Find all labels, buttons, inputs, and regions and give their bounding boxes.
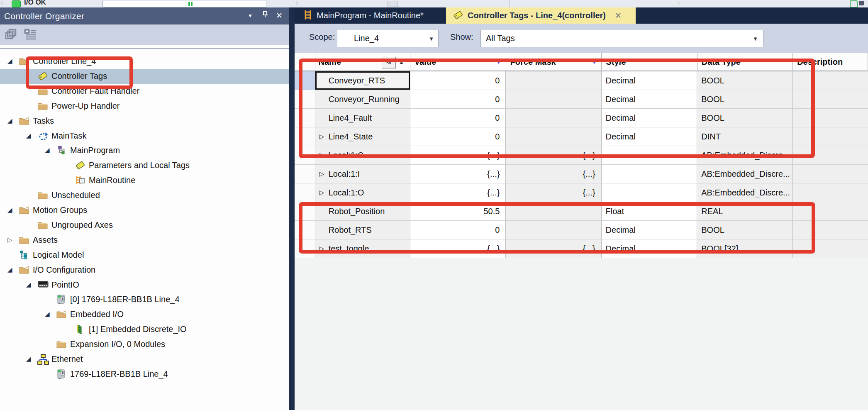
cell-name[interactable]: ▷Local:1:I [315, 165, 411, 183]
toolbar-combo-box[interactable] [102, 0, 266, 7]
row-selector[interactable] [295, 146, 315, 165]
cell-name[interactable]: ▷Line4_State [315, 127, 411, 146]
toolbar-widget-icon[interactable] [388, 1, 397, 7]
tree-item-i-o-configuration[interactable]: ◢I/O Configuration [0, 263, 289, 278]
pin-icon[interactable] [260, 11, 271, 21]
cell-value[interactable]: 50.5 [410, 202, 506, 221]
tree-item-motion-groups[interactable]: ◢Motion Groups [0, 203, 289, 218]
cell-value[interactable]: {...} [410, 183, 506, 202]
cell-value[interactable]: {...} [410, 239, 506, 258]
cell-description[interactable] [793, 146, 868, 165]
cell-force-mask[interactable]: {...} [506, 146, 601, 165]
cell-data-type[interactable]: DINT [697, 127, 793, 146]
cell-style[interactable] [602, 146, 697, 165]
cell-value[interactable]: 0 [410, 71, 506, 90]
cell-style[interactable]: Decimal [602, 109, 697, 127]
tree-item-controller-fault-handler[interactable]: Controller Fault Handler [0, 84, 289, 99]
cell-name[interactable]: Robot_Position [315, 202, 411, 221]
cell-data-type[interactable]: AB:Embedded_Discre... [697, 183, 793, 202]
tree-item-unscheduled[interactable]: Unscheduled [0, 188, 289, 203]
tree-item-tasks[interactable]: ◢Tasks [0, 114, 289, 129]
cell-name[interactable]: Conveyor_RTS [315, 71, 411, 90]
collapse-icon[interactable]: ◢ [45, 310, 50, 318]
tree-item-1-embedded-discrete-io[interactable]: [1] Embedded Discrete_IO [0, 322, 289, 337]
tree-item-parameters-and-local-tags[interactable]: Parameters and Local Tags [0, 158, 289, 173]
row-selector[interactable] [295, 239, 315, 258]
tree-item-1769-l18er-bb1b-line-4[interactable]: 1769-L18ER-BB1B Line_4 [0, 367, 289, 382]
column-header-value[interactable]: Value ↓ [410, 53, 506, 71]
column-pin-icon[interactable]: ↓ [592, 56, 597, 66]
tree-item-0-1769-l18er-bb1b-line-4[interactable]: [0] 1769-L18ER-BB1B Line_4 [0, 292, 289, 307]
row-selector[interactable] [295, 90, 315, 109]
collapse-all-icon[interactable] [4, 28, 19, 41]
chevron-down-icon[interactable]: ▼ [429, 36, 434, 42]
tree-item-power-up-handler[interactable]: Power-Up Handler [0, 99, 289, 114]
cell-description[interactable] [793, 71, 868, 90]
cell-force-mask[interactable]: {...} [506, 165, 601, 183]
row-selector[interactable] [295, 127, 315, 146]
cell-force-mask[interactable] [506, 221, 601, 239]
cell-style[interactable]: Decimal [602, 221, 697, 239]
scope-combobox[interactable]: Line_4 ▼ [337, 30, 439, 47]
cell-style[interactable]: Float [602, 202, 697, 221]
toolbar-grip-icon[interactable]: ∷∷ [1, 1, 4, 7]
cell-style[interactable] [602, 183, 697, 202]
show-combobox[interactable]: All Tags ▼ [480, 30, 763, 47]
column-pin-icon[interactable]: ↓ [496, 56, 501, 66]
tree-item-controller-line-4[interactable]: ◢Controller Line_4 [0, 54, 289, 69]
collapse-icon[interactable]: ◢ [26, 281, 31, 288]
cell-force-mask[interactable]: {...} [506, 239, 601, 258]
chevron-down-icon[interactable]: ▼ [245, 11, 256, 21]
cell-description[interactable] [793, 202, 868, 221]
cell-name[interactable]: ▷Local:1:C [315, 146, 411, 165]
column-header-force-mask[interactable]: Force Mask ↓ [506, 53, 602, 71]
cell-style[interactable]: Decimal [602, 71, 697, 90]
toolbar-grip-icon[interactable]: ∷∷ [678, 1, 681, 7]
tab-controller-tags-line-4-controller[interactable]: Controller Tags - Line_4(controller)✕ [446, 7, 636, 24]
tree-item-embedded-i-o[interactable]: ◢Embedded I/O [0, 307, 289, 322]
toolbar-mini-icon[interactable] [859, 1, 864, 5]
cell-name[interactable]: Line4_Fault [315, 109, 411, 127]
column-header-data-type[interactable]: Data Type [697, 53, 793, 71]
cell-force-mask[interactable] [506, 202, 601, 221]
column-header-style[interactable]: Style [602, 53, 697, 71]
close-icon[interactable]: ✕ [615, 11, 622, 20]
collapse-icon[interactable]: ◢ [26, 132, 31, 139]
cell-name[interactable]: ▷test_toggle [315, 239, 411, 258]
cell-value[interactable]: 0 [410, 109, 506, 127]
cell-description[interactable] [793, 239, 868, 258]
cell-data-type[interactable]: BOOL[32] [697, 239, 793, 258]
cell-name[interactable]: Robot_RTS [315, 221, 411, 239]
cell-value[interactable]: {...} [410, 165, 506, 183]
cell-value[interactable]: {...} [410, 146, 506, 165]
cell-data-type[interactable]: AB:Embedded_Discre... [697, 165, 793, 183]
cell-force-mask[interactable] [506, 109, 601, 127]
expand-icon[interactable]: ▷ [319, 189, 329, 196]
expand-icon[interactable]: ▷ [7, 236, 12, 244]
add-view-icon[interactable] [23, 28, 38, 41]
row-selector[interactable] [295, 183, 315, 202]
toolbar-mini-icon[interactable] [850, 0, 858, 8]
cell-data-type[interactable]: AB:Embedded_Discre... [697, 146, 793, 165]
cell-data-type[interactable]: BOOL [697, 90, 793, 109]
row-selector[interactable] [295, 221, 315, 239]
tree-item-mainprogram[interactable]: ◢MainProgram [0, 143, 289, 158]
cell-value[interactable]: 0 [410, 127, 506, 146]
collapse-icon[interactable]: ◢ [7, 117, 12, 124]
expand-icon[interactable]: ▷ [319, 245, 329, 252]
toolbar-grip-icon[interactable]: ∷∷ [296, 1, 299, 7]
cell-data-type[interactable]: BOOL [697, 221, 793, 239]
cell-description[interactable] [793, 127, 868, 146]
row-selector[interactable] [295, 109, 315, 127]
pane-divider[interactable] [289, 7, 295, 410]
row-selector[interactable] [295, 71, 315, 90]
tree-item-pointio[interactable]: ◢PointIO [0, 278, 289, 293]
name-sort-button[interactable]: -a [382, 57, 396, 68]
cell-force-mask[interactable]: {...} [506, 183, 601, 202]
cell-name[interactable]: Conveyor_Running [315, 90, 411, 109]
cell-description[interactable] [793, 165, 868, 183]
tree-item-maintask[interactable]: ◢MainTask [0, 129, 289, 144]
expand-icon[interactable]: ▷ [319, 133, 329, 140]
cell-force-mask[interactable] [506, 71, 601, 90]
cell-data-type[interactable]: REAL [697, 202, 793, 221]
